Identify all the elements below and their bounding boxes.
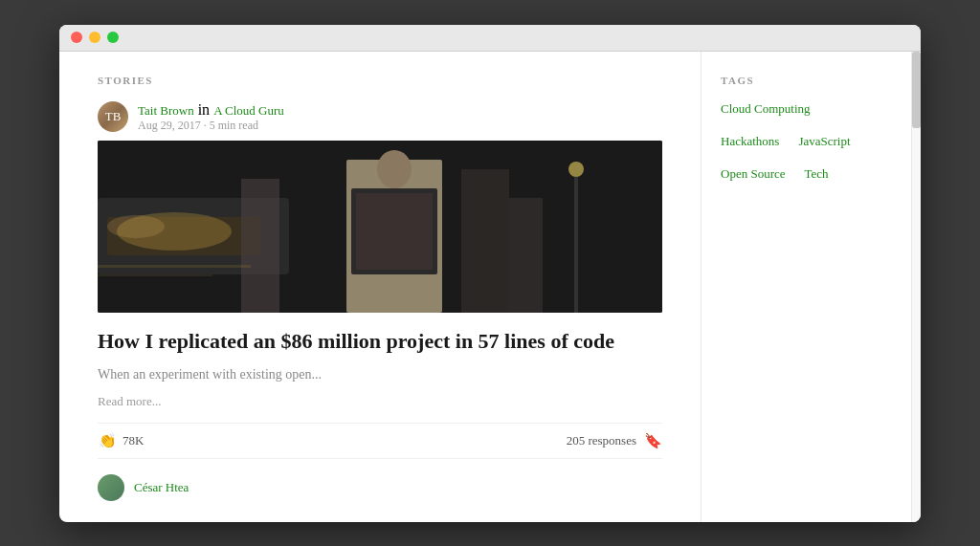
- next-author-name[interactable]: César Htea: [134, 480, 189, 495]
- browser-window: STORIES TB Tait Brown in A Cloud Guru Au…: [59, 25, 921, 522]
- svg-rect-13: [574, 177, 578, 313]
- story-stats: 👏 78K 205 responses 🔖: [98, 423, 662, 450]
- clap-count: 78K: [122, 433, 144, 448]
- svg-rect-8: [356, 193, 433, 270]
- tag-open-source[interactable]: Open Source: [721, 166, 786, 182]
- author-in: in: [198, 101, 213, 118]
- tags-label: TAGS: [721, 75, 892, 86]
- story-image-svg: [98, 141, 662, 313]
- svg-point-12: [568, 162, 584, 177]
- bookmark-icon[interactable]: 🔖: [644, 432, 662, 449]
- scrollbar[interactable]: [911, 52, 921, 522]
- svg-rect-10: [461, 169, 509, 313]
- publication-link[interactable]: A Cloud Guru: [213, 103, 284, 118]
- story-image: [98, 141, 662, 313]
- titlebar: [59, 25, 921, 52]
- svg-rect-9: [241, 179, 279, 313]
- responses-count: 205 responses: [567, 433, 636, 448]
- stories-label: STORIES: [98, 75, 662, 86]
- read-more-link[interactable]: Read more...: [98, 394, 662, 409]
- claps-section: 👏 78K: [98, 431, 144, 450]
- svg-point-4: [107, 215, 165, 238]
- content-area: STORIES TB Tait Brown in A Cloud Guru Au…: [59, 52, 921, 522]
- story-meta: Aug 29, 2017 · 5 min read: [138, 119, 284, 133]
- sidebar: TAGS Cloud Computing Hackathons JavaScri…: [701, 52, 911, 522]
- svg-rect-14: [98, 265, 251, 268]
- next-author-avatar: [98, 474, 124, 501]
- svg-point-6: [377, 150, 412, 188]
- author-link[interactable]: Tait Brown: [138, 103, 194, 118]
- maximize-button[interactable]: [107, 32, 119, 43]
- main-content[interactable]: STORIES TB Tait Brown in A Cloud Guru Au…: [59, 52, 701, 522]
- author-info: Tait Brown in A Cloud Guru Aug 29, 2017 …: [138, 101, 284, 133]
- story-excerpt: When an experiment with existing open...: [98, 364, 662, 384]
- tag-javascript[interactable]: JavaScript: [798, 134, 850, 149]
- tag-row-2: Hackathons JavaScript: [721, 134, 892, 159]
- svg-rect-11: [509, 198, 543, 313]
- responses-section: 205 responses 🔖: [567, 432, 662, 449]
- story-title: How I replicated an $86 million project …: [98, 328, 662, 356]
- author-avatar: TB: [98, 101, 128, 132]
- tag-cloud-computing[interactable]: Cloud Computing: [721, 101, 811, 117]
- scrollbar-thumb[interactable]: [912, 52, 921, 128]
- minimize-button[interactable]: [89, 32, 100, 43]
- story-author-row: TB Tait Brown in A Cloud Guru Aug 29, 20…: [98, 101, 662, 133]
- tag-row-1: Cloud Computing: [721, 101, 892, 126]
- next-author-row: César Htea: [98, 458, 662, 501]
- avatar-image: TB: [98, 101, 128, 132]
- clap-icon[interactable]: 👏: [98, 431, 117, 450]
- svg-rect-15: [98, 274, 212, 276]
- author-name: Tait Brown in A Cloud Guru: [138, 101, 284, 118]
- tag-row-3: Open Source Tech: [721, 166, 892, 191]
- tag-tech[interactable]: Tech: [805, 166, 829, 182]
- tag-hackathons[interactable]: Hackathons: [721, 134, 779, 149]
- close-button[interactable]: [71, 32, 82, 43]
